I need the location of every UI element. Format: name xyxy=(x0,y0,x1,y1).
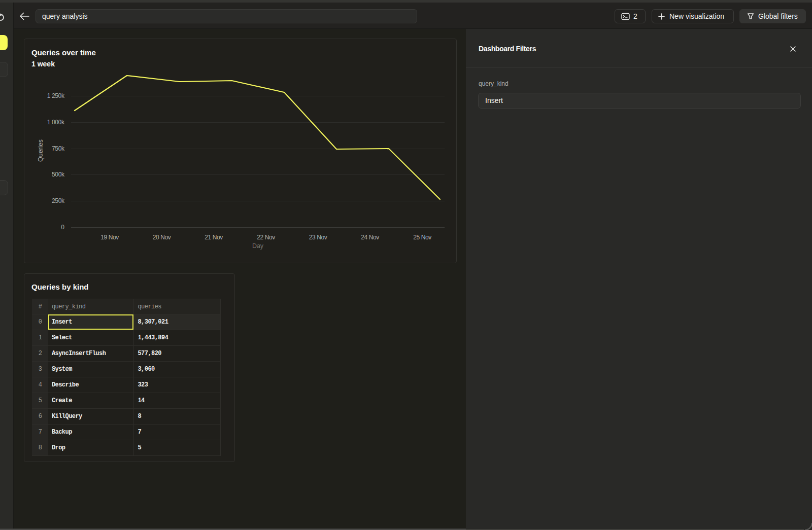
svg-text:Day: Day xyxy=(252,242,264,250)
svg-text:750k: 750k xyxy=(52,145,65,152)
svg-text:Queries: Queries xyxy=(37,139,44,162)
svg-text:1 250k: 1 250k xyxy=(47,92,65,99)
svg-text:24 Nov: 24 Nov xyxy=(361,234,379,241)
svg-text:22 Nov: 22 Nov xyxy=(257,234,275,241)
svg-text:19 Nov: 19 Nov xyxy=(100,234,119,241)
svg-text:21 Nov: 21 Nov xyxy=(205,234,223,241)
svg-text:0: 0 xyxy=(61,224,64,231)
svg-text:250k: 250k xyxy=(52,197,65,204)
svg-text:25 Nov: 25 Nov xyxy=(413,234,431,241)
svg-text:500k: 500k xyxy=(52,171,65,178)
svg-text:20 Nov: 20 Nov xyxy=(153,234,171,241)
svg-text:1 000k: 1 000k xyxy=(47,119,65,126)
svg-text:23 Nov: 23 Nov xyxy=(309,234,327,241)
